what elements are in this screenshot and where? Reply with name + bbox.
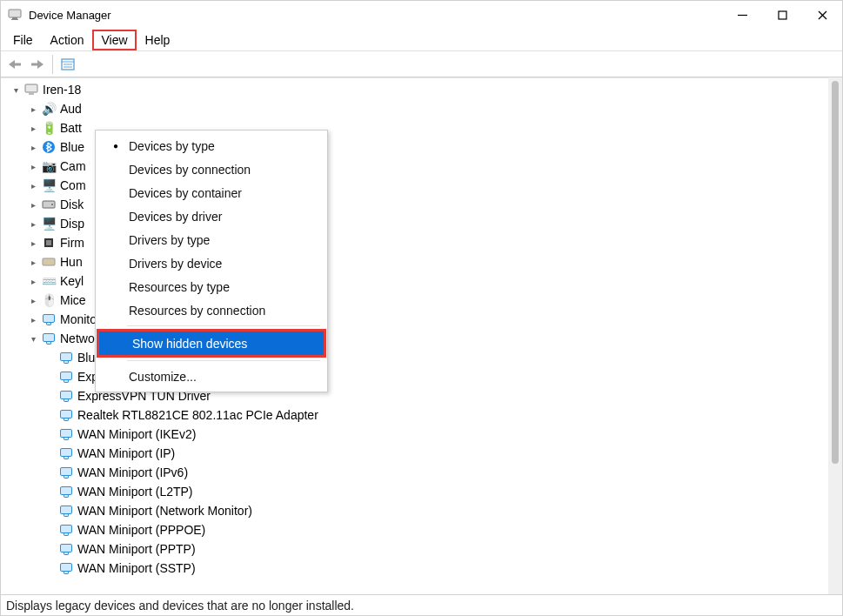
tree-item-network[interactable]: WAN Miniport (L2TP) (4, 482, 828, 501)
menu-action[interactable]: Action (42, 30, 93, 50)
tree-item-network[interactable]: Realtek RTL8821CE 802.11ac PCIe Adapter (4, 405, 828, 425)
expand-icon[interactable]: ▸ (27, 256, 39, 268)
collapse-icon[interactable]: ▾ (10, 84, 22, 96)
tree-item-network[interactable]: WAN Miniport (IP) (4, 444, 828, 463)
adapter-icon (58, 426, 74, 442)
computer-icon (23, 82, 39, 97)
highlight-box: Show hidden devices (97, 329, 326, 358)
menu-file[interactable]: File (4, 30, 42, 50)
svg-rect-7 (14, 63, 21, 65)
view-show-hidden-devices[interactable]: Show hidden devices (99, 331, 324, 355)
view-customize[interactable]: Customize... (96, 365, 327, 388)
close-button[interactable] (802, 1, 842, 29)
radio-dot-icon: ● (104, 141, 127, 151)
menu-help[interactable]: Help (137, 30, 179, 50)
window-title: Device Manager (29, 9, 111, 22)
expand-icon[interactable]: ▸ (27, 237, 39, 249)
menubar: File Action View Help (1, 29, 842, 51)
svg-rect-19 (46, 240, 51, 245)
view-devices-by-connection[interactable]: Devices by connection (96, 157, 327, 181)
monitor-icon (41, 311, 57, 327)
tree-item-network[interactable]: WAN Miniport (PPPOE) (4, 520, 828, 539)
tree-item-network[interactable]: WAN Miniport (IKEv2) (4, 425, 828, 444)
network-icon (41, 331, 57, 346)
toolbar-separator (52, 55, 53, 74)
camera-icon: 📷 (41, 158, 57, 174)
expand-icon[interactable]: ▸ (27, 313, 39, 325)
svg-rect-14 (29, 92, 34, 95)
firmware-icon (41, 235, 57, 251)
computer-icon: 🖥️ (41, 177, 57, 193)
statusbar-text: Displays legacy devices and devices that… (6, 599, 354, 613)
titlebar: Device Manager (1, 1, 842, 29)
adapter-icon (58, 369, 74, 385)
collapse-icon[interactable]: ▾ (27, 332, 39, 345)
forward-button[interactable] (27, 54, 48, 75)
expand-icon[interactable]: ▸ (27, 198, 39, 211)
statusbar: Displays legacy devices and devices that… (1, 594, 842, 615)
expand-icon[interactable]: ▸ (27, 179, 39, 191)
tree-root[interactable]: ▾ Iren-18 (4, 80, 828, 99)
back-button[interactable] (4, 54, 25, 75)
menu-separator (127, 360, 320, 361)
audio-icon: 🔊 (41, 101, 57, 117)
view-devices-by-container[interactable]: Devices by container (96, 181, 327, 204)
display-icon: 🖥️ (41, 216, 57, 231)
svg-point-17 (51, 204, 53, 205)
expand-icon[interactable]: ▸ (27, 103, 39, 115)
svg-rect-2 (11, 19, 18, 20)
view-resources-by-type[interactable]: Resources by type (96, 275, 327, 298)
mouse-icon: 🖱️ (41, 292, 57, 308)
view-devices-by-driver[interactable]: Devices by driver (96, 204, 327, 228)
svg-rect-0 (9, 10, 21, 17)
toolbar (1, 51, 842, 77)
svg-rect-1 (12, 17, 17, 19)
body-area: ▾ Iren-18 ▸🔊Aud ▸🔋Batt ▸Blue ▸📷Cam ▸🖥️Co… (1, 77, 842, 594)
tree-item-network[interactable]: WAN Miniport (PPTP) (4, 539, 828, 559)
expand-icon[interactable]: ▸ (27, 294, 39, 306)
adapter-icon (58, 445, 74, 461)
tree-item-network[interactable]: WAN Miniport (IPv6) (4, 463, 828, 482)
bluetooth-icon (41, 139, 57, 155)
adapter-icon (58, 407, 74, 423)
scrollbar-thumb[interactable] (832, 81, 839, 464)
adapter-icon (58, 484, 74, 499)
vertical-scrollbar[interactable] (828, 77, 842, 594)
expand-icon[interactable]: ▸ (27, 141, 39, 153)
view-devices-by-type[interactable]: ●Devices by type (96, 134, 327, 157)
app-icon (8, 8, 22, 22)
adapter-icon (58, 465, 74, 480)
adapter-icon (58, 522, 74, 538)
view-menu-dropdown: ●Devices by type Devices by connection D… (95, 130, 328, 392)
view-resources-by-connection[interactable]: Resources by connection (96, 298, 327, 322)
hid-icon (41, 254, 57, 270)
adapter-icon (58, 388, 74, 404)
minimize-button[interactable] (722, 1, 762, 29)
view-drivers-by-type[interactable]: Drivers by type (96, 228, 327, 251)
expand-icon[interactable]: ▸ (27, 218, 39, 230)
svg-rect-8 (31, 63, 38, 65)
tree-root-label: Iren-18 (43, 83, 81, 97)
adapter-icon (58, 560, 74, 576)
svg-rect-13 (25, 84, 37, 92)
expand-icon[interactable]: ▸ (27, 122, 39, 134)
device-manager-window: Device Manager File Action View Help ▾ I… (0, 0, 843, 616)
keyboard-icon: ⌨️ (41, 273, 57, 289)
disk-icon (41, 197, 57, 212)
tree-item-network[interactable]: WAN Miniport (SSTP) (4, 559, 828, 578)
svg-rect-20 (43, 258, 55, 265)
maximize-button[interactable] (762, 1, 802, 29)
menu-view[interactable]: View (92, 30, 136, 50)
menu-separator (127, 325, 320, 326)
expand-icon[interactable]: ▸ (27, 160, 39, 172)
adapter-icon (58, 350, 74, 365)
tree-item-network[interactable]: WAN Miniport (Network Monitor) (4, 501, 828, 520)
adapter-icon (58, 541, 74, 557)
properties-button[interactable] (57, 54, 78, 75)
view-drivers-by-device[interactable]: Drivers by device (96, 251, 327, 275)
tree-category[interactable]: ▸🔊Aud (4, 99, 828, 118)
expand-icon[interactable]: ▸ (27, 275, 39, 287)
window-buttons (722, 1, 842, 29)
adapter-icon (58, 503, 74, 519)
svg-rect-4 (779, 11, 786, 19)
